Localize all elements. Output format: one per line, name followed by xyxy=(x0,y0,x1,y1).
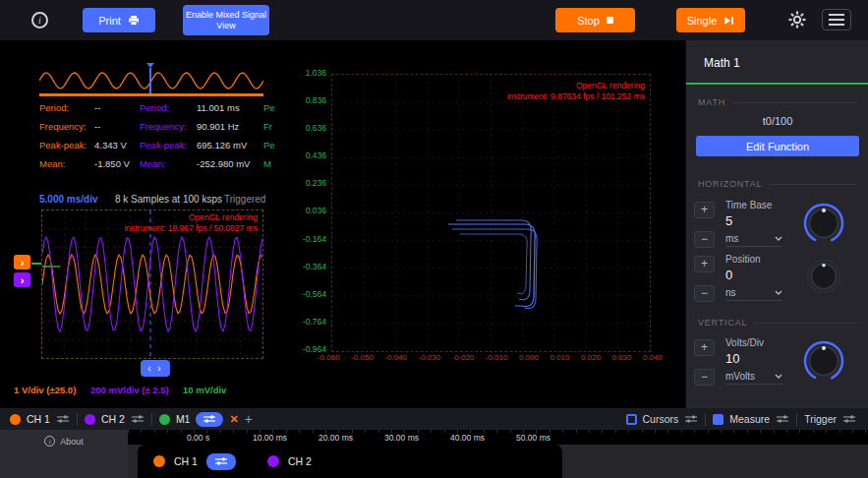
trigger-settings-icon[interactable] xyxy=(842,414,856,424)
position-knob[interactable] xyxy=(805,258,842,295)
xy-plot[interactable]: OpenGL rendering instrument: 9.87634 fps… xyxy=(331,74,651,352)
ch2-offset-handle[interactable]: › xyxy=(14,272,30,287)
x-tick-label: 0.000 xyxy=(519,353,539,362)
position-increment-button[interactable]: + xyxy=(694,256,715,272)
x-tick-label: -0.010 xyxy=(486,353,508,362)
m1-measure-label: Pe xyxy=(263,102,281,113)
divider xyxy=(151,413,152,426)
top-toolbar: i Print Enable Mixed Signal View Stop Si… xyxy=(0,0,868,40)
cursors-toggle-group[interactable]: Cursors xyxy=(626,413,699,425)
ch2-measure-label: Frequency: xyxy=(140,121,197,132)
info-icon: i xyxy=(44,436,55,447)
horizontal-scroll-button[interactable]: ‹ › xyxy=(141,360,170,377)
channel-color-underline xyxy=(686,83,868,85)
time-domain-plot[interactable]: OpenGL rendering instrument: 19.967 fps … xyxy=(41,209,263,359)
ch2-settings-icon[interactable] xyxy=(131,414,145,424)
timebase-unit: ms xyxy=(725,233,738,244)
timebase-unit-select[interactable]: ms xyxy=(725,233,782,247)
ch2-measure-label: Peak-peak: xyxy=(140,140,197,150)
x-tick-label: -0.060 xyxy=(318,353,340,362)
trigger-label: Trigger xyxy=(804,413,837,425)
measure-toggle-group[interactable]: Measure xyxy=(713,413,789,425)
voltsdiv-unit-select[interactable]: mVolts xyxy=(725,371,782,385)
ch1-offset-handle[interactable]: › xyxy=(14,255,30,269)
ch1-settings-icon xyxy=(214,456,228,466)
math-function-text: t0/100 xyxy=(686,115,868,127)
position-decrement-button[interactable]: − xyxy=(694,285,715,302)
sample-rate-status: 8 k Samples at 100 ksps xyxy=(115,194,222,205)
voltsdiv-label: Volts/Div xyxy=(725,337,764,348)
waveform-preview[interactable] xyxy=(39,69,263,92)
position-unit-select[interactable]: ns xyxy=(725,287,782,301)
timebase-label: Time Base xyxy=(725,200,772,210)
ch1-measure-value: -- xyxy=(94,121,140,132)
print-button[interactable]: Print xyxy=(83,8,155,32)
ch1-measure-value: 4.343 V xyxy=(94,140,140,150)
channel-ch2[interactable]: CH 2 xyxy=(85,413,145,425)
channel-bar: CH 1 CH 2 M1 ✕ + Cursors Measure xyxy=(0,408,868,430)
info-icon[interactable]: i xyxy=(31,12,48,29)
voltsdiv-increment-button[interactable]: + xyxy=(694,339,715,356)
gear-icon[interactable] xyxy=(788,11,806,29)
voltsdiv-value[interactable]: 10 xyxy=(725,351,739,366)
position-value[interactable]: 0 xyxy=(725,268,732,282)
single-button[interactable]: Single xyxy=(676,8,745,32)
y-tick-label: 0.836 xyxy=(306,96,326,105)
measurement-row: Frequency: -- Frequency: 90.901 Hz Fr xyxy=(39,117,287,136)
preview-position-line xyxy=(149,68,151,93)
enable-mixed-signal-button[interactable]: Enable Mixed Signal View xyxy=(183,5,269,35)
ch1-label: CH 1 xyxy=(174,455,198,467)
xy-curve xyxy=(448,224,535,307)
cursors-checkbox[interactable] xyxy=(626,414,637,425)
y-tick-label: 0.236 xyxy=(306,179,326,188)
timebase-decrement-button[interactable]: − xyxy=(694,231,715,248)
time-tick-label: 20.00 ms xyxy=(318,433,384,443)
preview-scroll-bar[interactable] xyxy=(39,93,263,96)
channel-m1[interactable]: M1 ✕ + xyxy=(159,411,253,427)
time-tick-label: 0.00 s xyxy=(187,433,253,443)
mixed-signal-label: Enable Mixed Signal View xyxy=(185,10,267,31)
ch2-measure-value: 90.901 Hz xyxy=(197,121,263,132)
m1-close-icon[interactable]: ✕ xyxy=(229,413,238,426)
ch2-measure-value: 695.126 mV xyxy=(197,140,263,150)
math-settings-panel: Math 1 MATH t0/100 Edit Function HORIZON… xyxy=(685,40,868,408)
trigger-state-status: Triggered xyxy=(224,194,265,205)
voltsdiv-knob[interactable] xyxy=(802,339,845,383)
ch1-settings-icon[interactable] xyxy=(56,414,70,424)
channel-ch1[interactable]: CH 1 xyxy=(10,413,70,425)
ch1-measure-label: Period: xyxy=(39,102,94,113)
trigger-group[interactable]: Trigger xyxy=(804,413,856,425)
print-label: Print xyxy=(98,15,121,27)
timebase-value[interactable]: 5 xyxy=(725,213,732,228)
xy-curve xyxy=(456,220,531,300)
stop-button[interactable]: Stop xyxy=(555,8,635,32)
section-horizontal: HORIZONTAL xyxy=(698,179,857,189)
hamburger-menu-icon[interactable] xyxy=(822,9,851,30)
cursors-settings-icon[interactable] xyxy=(684,414,698,424)
chevron-down-icon xyxy=(775,236,782,241)
x-tick-label: -0.050 xyxy=(351,353,374,362)
about-label: About xyxy=(60,437,84,447)
edit-function-button[interactable]: Edit Function xyxy=(696,136,859,156)
ch1-measure-value: -1.850 V xyxy=(94,158,140,169)
xy-curve xyxy=(452,229,537,309)
time-tick-label: 10.00 ms xyxy=(253,433,318,443)
m1-offset-line xyxy=(31,263,41,265)
add-channel-icon[interactable]: + xyxy=(245,411,253,427)
x-tick-label: 0.040 xyxy=(643,353,663,362)
preview-wave xyxy=(39,73,263,89)
measure-checkbox[interactable] xyxy=(713,414,723,425)
measurement-row: Mean: -1.850 V Mean: -252.980 mV M xyxy=(39,154,287,173)
timebase-increment-button[interactable]: + xyxy=(694,202,715,218)
voltsdiv-decrement-button[interactable]: − xyxy=(694,369,715,386)
printer-icon xyxy=(128,15,140,27)
xy-curve xyxy=(460,234,527,294)
about-menu-item[interactable]: i About xyxy=(0,436,128,447)
m1-measure-label: M xyxy=(263,158,281,169)
ch2-color-dot xyxy=(267,455,279,467)
measure-settings-icon[interactable] xyxy=(776,414,789,424)
timebase-knob[interactable] xyxy=(802,202,845,245)
m1-settings-toggle[interactable] xyxy=(196,412,223,427)
ch1-settings-toggle[interactable] xyxy=(206,453,236,470)
ch1-measure-label: Mean: xyxy=(39,158,94,169)
